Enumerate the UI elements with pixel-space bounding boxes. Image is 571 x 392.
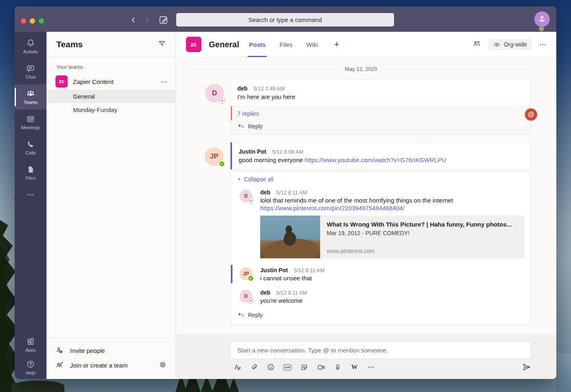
rail-item-help[interactable]: Help	[15, 356, 46, 379]
replies-count-link[interactable]: 7 replies	[237, 110, 259, 117]
rail-item-chat[interactable]: Chat	[15, 59, 46, 84]
avatar[interactable]: D ×	[239, 189, 252, 203]
thread-card: ▼ Collapse all D × deb	[230, 171, 531, 325]
minimize-window-button[interactable]	[30, 18, 35, 24]
reply-button[interactable]: Reply	[231, 306, 531, 323]
wiki-button[interactable]: W	[350, 363, 359, 372]
channel-more-button[interactable]	[539, 41, 547, 48]
link-preview-card[interactable]: What Is Wrong With This Picture? | Haha …	[260, 216, 525, 258]
filter-button[interactable]	[158, 40, 166, 49]
channel-tabs: Posts Files Wiki +	[249, 32, 339, 57]
message-text: good morning everyone https://www.youtub…	[232, 155, 531, 169]
praise-button[interactable]	[333, 363, 342, 372]
invite-people-button[interactable]: Invite people	[46, 343, 176, 358]
team-avatar: zc	[186, 37, 201, 52]
award-ribbon-icon	[334, 363, 342, 371]
avatar[interactable]: D ×	[205, 84, 224, 103]
format-button[interactable]	[233, 363, 242, 372]
collapse-all-label: Collapse all	[244, 176, 273, 183]
channel-item-general[interactable]: General	[46, 90, 176, 103]
compose-icon	[158, 15, 169, 25]
org-wide-button[interactable]: Org-wide	[489, 39, 532, 50]
avatar[interactable]: JP ✓	[205, 147, 224, 166]
zoom-window-button[interactable]	[39, 18, 44, 24]
sticker-button[interactable]	[300, 363, 309, 372]
tab-wiki[interactable]: Wiki	[306, 32, 318, 57]
profile-avatar[interactable]: ✓	[534, 11, 550, 27]
channel-item-monday-funday[interactable]: Monday-Funday	[46, 103, 176, 117]
message-list: May 12, 2020 D × deb 5/12 7:	[176, 57, 556, 334]
your-teams-label: Your teams	[56, 64, 176, 70]
paperclip-icon	[250, 363, 258, 371]
avatar-initial: D	[212, 89, 217, 97]
extensions-more-button[interactable]	[367, 363, 376, 372]
rail-label: Activity	[23, 49, 38, 54]
collapse-all-button[interactable]: ▼ Collapse all	[231, 172, 531, 186]
pinterest-link[interactable]: https://www.pinterest.com/pin/2203949754…	[260, 205, 405, 211]
search-input[interactable]: Search or type a command	[176, 13, 394, 26]
rail-item-calls[interactable]: Calls	[15, 135, 46, 160]
divider-line	[191, 69, 339, 69]
rail-label: Teams	[24, 100, 38, 105]
blocked-status-icon: ×	[248, 298, 254, 304]
send-button[interactable]	[522, 363, 531, 372]
avatar[interactable]: JP ✓	[239, 267, 252, 280]
avatar[interactable]: D ×	[239, 290, 252, 303]
meet-now-button[interactable]	[316, 363, 325, 372]
send-icon	[522, 363, 531, 372]
tab-files[interactable]: Files	[279, 32, 292, 57]
people-group-icon	[472, 39, 481, 48]
avatar-initials: JP	[210, 152, 219, 161]
app-rail: Activity Chat Teams	[15, 32, 46, 379]
gif-button[interactable]: GIF	[283, 363, 292, 372]
available-status-badge: ✓	[539, 26, 544, 31]
add-tab-button[interactable]: +	[334, 39, 339, 50]
forward-button[interactable]	[142, 15, 152, 25]
new-conversation-input[interactable]	[230, 341, 531, 359]
sticker-icon	[300, 363, 308, 371]
attach-button[interactable]	[250, 363, 259, 372]
person-icon	[537, 14, 547, 24]
close-window-button[interactable]	[21, 18, 26, 24]
rail-item-activity[interactable]: Activity	[15, 34, 46, 59]
team-row-zapier-content[interactable]: zc Zapier Content	[46, 73, 176, 90]
rail-label: Meetings	[21, 125, 40, 130]
avatar-initial: D	[244, 193, 248, 199]
message-card: D × deb 5/12 7:49 AM I'm here are you he…	[230, 79, 531, 134]
message-header: Justin Pot 5/12 8:08 AM	[232, 143, 531, 155]
emoji-button[interactable]	[266, 363, 275, 372]
message-timestamp: 5/12 8:11 AM	[294, 267, 325, 273]
rail-label: Apps	[25, 348, 36, 352]
team-more-button[interactable]	[160, 78, 168, 85]
file-icon	[26, 165, 35, 174]
join-create-team-button[interactable]: Join or create a team	[46, 358, 176, 372]
invite-people-label: Invite people	[70, 347, 105, 354]
mention-badge[interactable]: @	[525, 108, 537, 121]
rail-item-apps[interactable]: Apps	[15, 333, 46, 356]
org-wide-label: Org-wide	[504, 41, 527, 48]
blocked-status-icon: ×	[219, 98, 225, 104]
rail-more-button[interactable]	[15, 185, 46, 204]
preview-title: What Is Wrong With This Picture? | Haha …	[327, 221, 518, 228]
rail-item-meetings[interactable]: Meetings	[15, 110, 46, 135]
message-header: deb 5/12 8:11 AM	[260, 189, 524, 196]
tab-posts[interactable]: Posts	[249, 32, 266, 57]
sidebar-header: Teams	[46, 32, 176, 57]
avatar-initials: JP	[243, 271, 249, 277]
back-button[interactable]	[128, 15, 139, 25]
youtube-link[interactable]: https://www.youtube.com/watch?v=G76nKGWR…	[305, 156, 446, 163]
chat-bubble-icon	[26, 64, 35, 73]
rail-item-teams[interactable]: Teams	[15, 84, 46, 110]
blocked-status-icon: ×	[248, 198, 254, 203]
rail-item-files[interactable]: Files	[15, 160, 46, 185]
macos-traffic-lights	[21, 18, 44, 24]
members-button[interactable]	[472, 39, 481, 50]
manage-teams-gear-button[interactable]	[159, 361, 167, 370]
reply-button[interactable]: Reply	[231, 120, 531, 134]
new-chat-button[interactable]	[157, 14, 170, 26]
channel-name: Monday-Funday	[73, 106, 117, 113]
thread-reply: D × deb 5/12 8:11 AM you're welcome	[231, 286, 531, 306]
help-question-icon	[26, 360, 35, 369]
join-create-team-label: Join or create a team	[70, 362, 128, 369]
replies-row: 7 replies	[231, 106, 531, 120]
